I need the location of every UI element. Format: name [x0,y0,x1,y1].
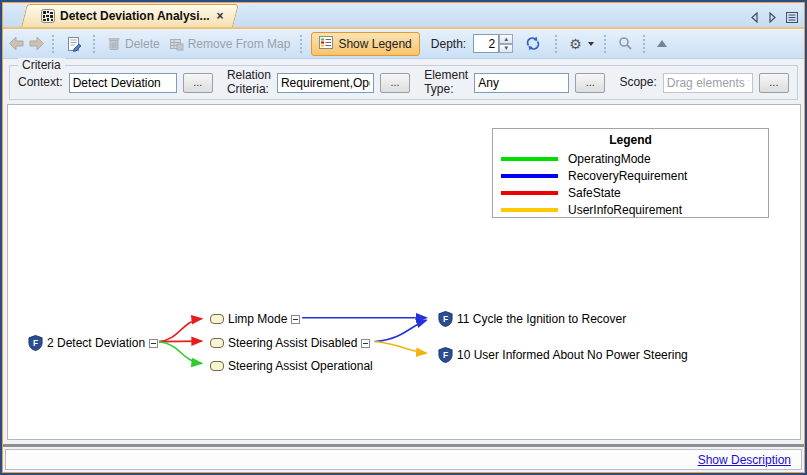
element-type-field[interactable] [474,73,569,93]
legend-title: Legend [501,133,760,147]
svg-text:F: F [443,350,448,360]
window-frame: Detect Deviation Analysi... × Delete Rem… [2,2,805,473]
toolbar-separator [93,35,97,53]
depth-increment-button[interactable]: ▲ [499,34,513,44]
search-icon[interactable] [615,34,636,53]
horizontal-splitter[interactable] [3,444,804,447]
legend-swatch-safestate [501,191,558,195]
scope-field[interactable] [663,73,753,93]
node-limp-mode[interactable]: Limp Mode [210,311,300,327]
collapse-expander-icon[interactable] [149,339,158,348]
edge-recovery-disabled-to-11 [375,320,427,341]
edge-userinfo-disabled-to-10 [375,342,427,353]
context-field[interactable] [69,73,177,93]
node-label: Steering Assist Operational [228,359,373,373]
legend-icon [319,36,333,52]
show-legend-label: Show Legend [338,37,411,51]
legend-item: SafeState [501,184,760,201]
tab-list-icon[interactable] [786,12,798,23]
node-label: Steering Assist Disabled [228,336,357,350]
remove-from-map-label: Remove From Map [188,37,291,51]
tab-bar: Detect Deviation Analysi... × [3,3,804,29]
requirement-shield-icon: F [438,311,453,327]
toolbar-separator [52,35,56,53]
svg-text:F: F [33,338,38,348]
chevron-down-icon [588,42,594,46]
remove-from-map-icon [169,37,184,51]
node-label: 10 User Informed About No Power Steering [457,348,688,362]
operating-mode-icon [210,361,224,371]
node-detect-deviation[interactable]: F 2 Detect Deviation [28,335,158,351]
node-steering-assist-operational[interactable]: Steering Assist Operational [210,358,373,374]
node-steering-assist-disabled[interactable]: Steering Assist Disabled [210,335,370,351]
edge-safestate-limp-mode [159,319,202,342]
forward-icon[interactable] [28,36,45,51]
node-cycle-ignition[interactable]: F 11 Cycle the Ignition to Recover [438,311,626,327]
depth-input[interactable] [473,34,499,53]
scope-label: Scope: [619,76,656,89]
operating-mode-icon [210,338,224,348]
tab-title: Detect Deviation Analysi... [60,9,210,23]
context-browse-button[interactable]: ... [183,73,213,93]
relation-map-canvas[interactable]: F 2 Detect Deviation Limp Mode Steering … [7,104,801,440]
delete-button[interactable]: Delete [104,34,163,53]
depth-spinner: ▲ ▼ [473,34,513,53]
specification-icon[interactable] [63,34,86,54]
remove-from-map-button[interactable]: Remove From Map [166,35,294,53]
legend-swatch-userinforequirement [501,208,558,212]
element-type-label: Element Type: [424,69,468,95]
requirement-shield-icon: F [28,335,43,351]
tab-close-icon[interactable]: × [215,9,226,23]
relation-map-icon [41,9,55,23]
show-legend-toggle-button[interactable]: Show Legend [311,32,419,56]
relation-criteria-field[interactable] [277,73,374,93]
refresh-icon[interactable] [522,34,544,53]
operating-mode-icon [210,314,224,324]
toolbar-separator [604,35,608,53]
delete-label: Delete [125,37,160,51]
node-label: 11 Cycle the Ignition to Recover [457,312,626,326]
trash-icon [107,36,121,51]
relation-map-window: Detect Deviation Analysi... × Delete Rem… [0,0,807,475]
tab-detect-deviation-analysis[interactable]: Detect Deviation Analysi... × [31,4,236,27]
criteria-panel: Criteria Context: ... Relation Criteria:… [3,59,804,102]
depth-decrement-button[interactable]: ▼ [499,44,513,54]
scope-browse-button[interactable]: ... [759,73,789,93]
collapse-expander-icon[interactable] [291,315,300,324]
toolbar-separator [300,35,304,53]
legend-box: Legend OperatingMode RecoveryRequirement… [492,128,769,218]
triangle-up-icon [657,40,667,47]
legend-swatch-operatingmode [501,157,558,161]
back-icon[interactable] [8,36,25,51]
criteria-group-label: Criteria [18,58,65,72]
toolbar-separator [555,35,559,53]
legend-swatch-recoveryrequirement [501,174,558,178]
svg-text:F: F [443,314,448,324]
scroll-tabs-right-icon[interactable] [768,12,777,23]
relation-criteria-label: Relation Criteria: [227,69,271,95]
show-description-link[interactable]: Show Description [698,453,791,467]
criteria-group: Criteria Context: ... Relation Criteria:… [9,65,798,100]
context-label: Context: [18,76,63,89]
element-type-browse-button[interactable]: ... [575,73,605,93]
collapse-criteria-button[interactable] [654,38,670,49]
node-user-informed[interactable]: F 10 User Informed About No Power Steeri… [438,347,688,363]
gear-icon: ⚙ [569,37,582,51]
status-bar: Show Description [5,449,802,470]
node-label: 2 Detect Deviation [47,336,145,350]
legend-item: RecoveryRequirement [501,167,760,184]
node-label: Limp Mode [228,312,287,326]
tab-nav-controls [750,12,798,27]
scroll-tabs-left-icon[interactable] [750,12,759,23]
requirement-shield-icon: F [438,347,453,363]
main-toolbar: Delete Remove From Map Show Legend Depth… [3,29,804,59]
toolbar-separator [643,35,647,53]
depth-label: Depth: [431,37,466,51]
legend-item: OperatingMode [501,150,760,167]
legend-item: UserInfoRequirement [501,201,760,218]
collapse-expander-icon[interactable] [361,339,370,348]
relation-criteria-browse-button[interactable]: ... [380,73,410,93]
options-gear-button[interactable]: ⚙ [566,35,597,53]
edge-operatingmode-steering-operational [159,342,202,364]
